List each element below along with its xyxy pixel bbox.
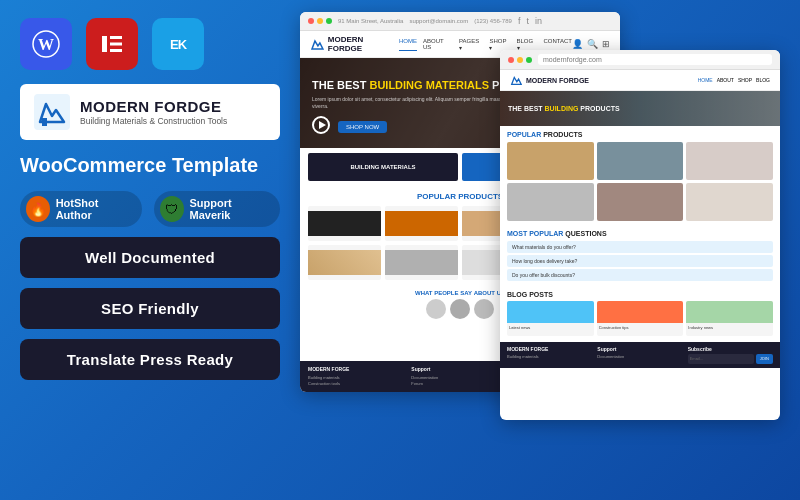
account-icon[interactable]: 👤	[572, 39, 583, 49]
maximize-dot	[326, 18, 332, 24]
email-input-2[interactable]: Email...	[688, 354, 754, 364]
nav-shop[interactable]: SHOP ▾	[489, 38, 510, 51]
nav2-shop[interactable]: SHOP	[738, 77, 752, 83]
nav2-about[interactable]: ABOUT	[717, 77, 734, 83]
search-nav-icon[interactable]: 🔍	[587, 39, 598, 49]
seo-friendly-btn[interactable]: SEO Friendly	[20, 288, 280, 329]
svg-rect-5	[110, 49, 122, 52]
window-controls	[308, 18, 332, 24]
footer-subscribe-row: Email... JOIN	[688, 354, 773, 364]
url-bar-2[interactable]: modernfordge.com	[538, 54, 772, 65]
brand-text: MODERN FORDGE Building Materials & Const…	[80, 98, 227, 126]
translate-press-btn[interactable]: Translate Press Ready	[20, 339, 280, 380]
side-prod-2	[597, 142, 684, 180]
blog-card-2: Construction tips	[597, 301, 684, 336]
blog-card-1: Latest news	[507, 301, 594, 336]
extrakings-icon: EK	[152, 18, 204, 70]
footer-brand-title: MODERN FORGE	[308, 366, 405, 372]
svg-marker-10	[512, 77, 521, 84]
footer2-title-1: MODERN FORGE	[507, 346, 592, 352]
grid-icon[interactable]: ⊞	[602, 39, 610, 49]
nav2-home[interactable]: HOME	[698, 77, 713, 83]
brand-box: MODERN FORDGE Building Materials & Const…	[20, 84, 280, 140]
popular-span-2: POPULAR	[507, 131, 543, 138]
question-1: What materials do you offer?	[507, 241, 773, 253]
play-icon[interactable]	[312, 116, 330, 134]
footer2-item-1: Building materials	[507, 354, 592, 359]
author-row: 🔥 HotShot Author 🛡 Support Maverik	[20, 191, 280, 227]
footer-item-1: Building materials	[308, 375, 405, 380]
shop-now-btn[interactable]: SHOP NOW	[338, 121, 387, 133]
address-bar-left: 91 Main Street, Australia	[338, 18, 403, 24]
side-prod-3	[686, 142, 773, 180]
support-maverik-label: Support Maverik	[190, 197, 268, 221]
right-panel: 91 Main Street, Australia support@domain…	[300, 0, 800, 500]
blog-text-1: Latest news	[507, 323, 594, 332]
testimonial-avatar-2	[450, 299, 470, 319]
blog-title: BLOG POSTS	[507, 291, 773, 298]
blog-img-3	[686, 301, 773, 323]
site-nav-2: MODERN FORDGE HOME ABOUT SHOP BLOG	[500, 70, 780, 91]
nav-about[interactable]: ABOUT US	[423, 38, 453, 51]
blog-text-2: Construction tips	[597, 323, 684, 332]
blog-card-3: Industry news	[686, 301, 773, 336]
browser-mockup-secondary: modernfordge.com MODERN FORDGE HOME ABOU…	[500, 50, 780, 420]
footer-doc: Documentation	[411, 375, 508, 380]
nav-blog[interactable]: BLOG ▾	[517, 38, 538, 51]
site-logo-small	[310, 37, 324, 51]
maximize-dot-2	[526, 57, 532, 63]
side-section-title: POPULAR PRODUCTS	[507, 131, 773, 138]
subscribe-btn-2[interactable]: JOIN	[756, 354, 773, 364]
nav2-blog[interactable]: BLOG	[756, 77, 770, 83]
hotshot-author-badge: 🔥 HotShot Author	[20, 191, 142, 227]
nav-contact[interactable]: CONTACT	[543, 38, 572, 51]
footer2-col2: Support Documentation	[597, 346, 682, 364]
nav-pages[interactable]: PAGES ▾	[459, 38, 483, 51]
footer2-title-2: Support	[597, 346, 682, 352]
question-3: Do you offer bulk discounts?	[507, 269, 773, 281]
site-logo-small-2	[510, 74, 522, 86]
ig-icon: in	[535, 16, 542, 26]
svg-text:W: W	[38, 36, 54, 53]
site-brand-nav: MODERN FORDGE	[310, 35, 399, 53]
most-popular-span: MOST POPULAR	[507, 230, 565, 237]
brand-title: MODERN FORDGE	[80, 98, 227, 115]
blog-text-3: Industry news	[686, 323, 773, 332]
product-card-5	[308, 245, 381, 280]
questions-section: MOST POPULAR QUESTIONS What materials do…	[500, 226, 780, 287]
woo-label: WooCommerce Template	[20, 154, 280, 177]
about-label: WHAT PEOPLE SAY	[415, 290, 472, 296]
minimize-dot-2	[517, 57, 523, 63]
svg-marker-9	[312, 41, 323, 49]
site-brand-nav-2: MODERN FORDGE	[510, 74, 589, 86]
hero-title-highlight: BUILDING MATERIALS	[369, 79, 489, 91]
product-card-6	[385, 245, 458, 280]
platform-icons-row: W EK	[20, 18, 280, 70]
minimize-dot	[317, 18, 323, 24]
hero-strip-2: THE BEST BUILDING PRODUCTS	[500, 91, 780, 126]
well-documented-btn[interactable]: Well Documented	[20, 237, 280, 278]
hotshot-icon: 🔥	[26, 196, 50, 222]
address-bar-phone: (123) 456-789	[474, 18, 512, 24]
blog-img-1	[507, 301, 594, 323]
browser-chrome-bar-2: modernfordge.com	[500, 50, 780, 70]
site-nav-links-2: HOME ABOUT SHOP BLOG	[698, 77, 770, 83]
side-products-grid	[507, 142, 773, 221]
window-controls-2	[508, 57, 532, 63]
question-2: How long does delivery take?	[507, 255, 773, 267]
svg-rect-3	[110, 36, 122, 39]
footer-forum: Forum	[411, 381, 508, 386]
blog-grid: Latest news Construction tips Industry n…	[507, 301, 773, 336]
footer-item-2: Construction tools	[308, 381, 405, 386]
testimonial-avatar-3	[474, 299, 494, 319]
side-prod-5	[597, 183, 684, 221]
svg-rect-6	[34, 94, 70, 130]
wordpress-icon: W	[20, 18, 72, 70]
site-brand-text-2: MODERN FORDGE	[526, 77, 589, 84]
left-panel: W EK MODERN FORDGE Building Materials & …	[0, 0, 300, 500]
footer2-col1: MODERN FORGE Building materials	[507, 346, 592, 364]
site-footer-2: MODERN FORGE Building materials Support …	[500, 342, 780, 368]
secondary-popular-products: POPULAR PRODUCTS	[500, 126, 780, 226]
nav-home[interactable]: HOME	[399, 38, 417, 51]
close-dot	[308, 18, 314, 24]
